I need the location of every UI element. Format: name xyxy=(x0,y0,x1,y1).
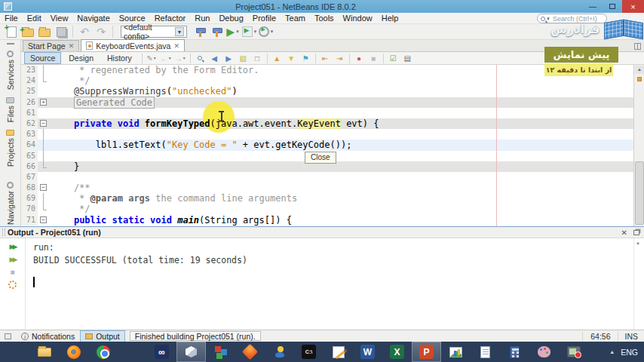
redo-button[interactable]: ↷ xyxy=(93,25,109,39)
select-in-projects-icon[interactable]: □ xyxy=(250,53,265,64)
netbeans-icon[interactable] xyxy=(176,342,206,362)
undo-button[interactable]: ↶ xyxy=(76,25,93,39)
dock-window-icon[interactable] xyxy=(7,43,14,44)
code-line[interactable]: 70 */ xyxy=(21,204,633,214)
find-next-occurrence-icon[interactable]: ▶ xyxy=(222,53,236,64)
office-blocks-icon[interactable] xyxy=(118,342,147,362)
menu-item-team[interactable]: Team xyxy=(281,13,310,24)
close-tab-icon[interactable]: ✕ xyxy=(173,42,179,50)
view-button-source[interactable]: Source xyxy=(24,52,61,64)
menu-item-run[interactable]: Run xyxy=(190,13,214,24)
stop-build-icon[interactable]: ■ xyxy=(7,267,19,277)
rerun-with-args-icon[interactable]: ▶▶ xyxy=(7,254,19,264)
chrome-icon[interactable] xyxy=(88,342,118,362)
start-button[interactable] xyxy=(0,342,29,362)
config-select[interactable]: <default config>▼ xyxy=(121,26,187,38)
menu-item-navigate[interactable]: Navigate xyxy=(72,13,114,24)
file-explorer-icon[interactable] xyxy=(29,342,59,362)
menu-item-tools[interactable]: Tools xyxy=(310,13,339,24)
pencil-editor-icon[interactable] xyxy=(324,342,353,362)
menu-item-edit[interactable]: Edit xyxy=(23,13,46,24)
rerun-icon[interactable]: ▶▶ xyxy=(7,241,19,251)
sidebar-tab-services[interactable]: Services xyxy=(6,51,15,90)
tab-start-page[interactable]: Start Page ✕ xyxy=(23,40,79,51)
quick-search[interactable]: ▼ Search (Ctrl+I) xyxy=(537,14,607,23)
visual-studio-icon[interactable]: ∞ xyxy=(147,342,176,362)
code-line[interactable]: 23 * regenerated by the Form Editor. xyxy=(21,65,633,75)
uncomment-icon[interactable]: ▤ xyxy=(400,53,415,64)
close-output-icon[interactable]: ✕ xyxy=(621,229,627,237)
drag-grip-icon[interactable] xyxy=(2,229,5,236)
minimize-button[interactable]: — xyxy=(583,0,603,13)
clean-build-button[interactable] xyxy=(208,25,225,39)
notepad-icon[interactable] xyxy=(471,342,500,362)
powerpoint-icon[interactable]: P xyxy=(412,342,441,362)
code-line[interactable]: 61 xyxy=(21,108,633,118)
window-dock-icon[interactable] xyxy=(5,333,11,339)
code-line[interactable]: 24 */ xyxy=(21,75,633,86)
new-project-button[interactable] xyxy=(20,25,36,39)
excel-icon[interactable]: X xyxy=(382,342,412,362)
code-line[interactable]: 71− public static void main(String args[… xyxy=(21,215,633,225)
menu-item-debug[interactable]: Debug xyxy=(214,13,247,24)
menu-item-window[interactable]: Window xyxy=(339,13,377,24)
comment-icon[interactable]: ☑ xyxy=(386,53,400,64)
image-chart-icon[interactable] xyxy=(441,342,471,362)
editor-scrollbar[interactable]: ▲ xyxy=(633,65,644,226)
scroll-up-icon[interactable]: ▲ xyxy=(635,66,644,74)
close-tab-icon[interactable]: ✕ xyxy=(69,42,75,50)
code-line[interactable]: 25 @SuppressWarnings("unchecked") xyxy=(21,86,633,97)
matlab-icon[interactable] xyxy=(235,342,265,362)
last-edited-icon[interactable]: ✎▼ xyxy=(145,53,159,64)
previous-bookmark-icon[interactable]: ▲ xyxy=(270,53,284,64)
code-line[interactable]: 63 xyxy=(21,129,633,140)
debug-project-button[interactable]: ▼ xyxy=(241,25,258,39)
utility-icon[interactable] xyxy=(265,342,294,362)
firefox-icon[interactable] xyxy=(59,342,88,362)
forward-icon[interactable]: →▼ xyxy=(173,53,188,64)
scrollbar-thumb[interactable] xyxy=(635,161,644,225)
code-line[interactable]: 69 * @param args the command line argume… xyxy=(21,193,633,204)
float-window-icon[interactable] xyxy=(633,230,639,235)
code-line[interactable]: 68− /** xyxy=(21,183,633,193)
paint-icon[interactable] xyxy=(529,342,559,362)
output-header[interactable]: Output - Project051 (run) ✕ xyxy=(0,227,644,238)
code-line[interactable]: 64 lbl1.setText("Key Code = " + evt.getK… xyxy=(21,140,633,150)
word-icon[interactable]: W xyxy=(353,342,382,362)
scroll-up-icon[interactable]: ▲ xyxy=(636,241,640,245)
start-macro-icon[interactable]: ● xyxy=(352,53,366,64)
output-tab[interactable]: Output xyxy=(80,330,125,342)
menu-item-file[interactable]: File xyxy=(0,13,23,24)
close-tooltip[interactable]: Close xyxy=(305,152,336,164)
sidebar-tab-files[interactable]: Files xyxy=(6,97,15,122)
command-prompt-icon[interactable]: C:\ xyxy=(294,342,324,362)
next-bookmark-icon[interactable]: ▼ xyxy=(284,53,299,64)
screen-recorder-icon[interactable] xyxy=(559,342,588,362)
toggle-bookmark-icon[interactable]: ⚑ xyxy=(299,53,313,64)
close-button[interactable]: × xyxy=(622,0,644,13)
output-scrollbar[interactable]: ▲ xyxy=(633,238,644,330)
tab-keyboardevents-java[interactable]: KeyboardEvents.java ✕ xyxy=(81,39,185,51)
find-icon[interactable] xyxy=(193,53,207,64)
menu-item-help[interactable]: Help xyxy=(377,13,403,24)
code-editor[interactable]: 23 * regenerated by the Form Editor.24 *… xyxy=(21,65,633,226)
language-indicator[interactable]: ENG xyxy=(621,348,638,357)
bookmark-stripe-mark[interactable] xyxy=(637,77,642,81)
view-button-design[interactable]: Design xyxy=(63,52,100,64)
shift-left-icon[interactable]: ⇤ xyxy=(318,53,333,64)
stop-macro-icon[interactable]: ■ xyxy=(366,53,381,64)
shift-right-icon[interactable]: ⇥ xyxy=(333,53,347,64)
code-line[interactable]: 62− private void formKeyTyped(java.awt.e… xyxy=(21,118,633,129)
back-icon[interactable]: ←▼ xyxy=(159,53,173,64)
chevron-down-icon[interactable]: ▼ xyxy=(175,27,184,36)
new-file-button[interactable] xyxy=(3,25,20,39)
sidebar-tab-projects[interactable]: Projects xyxy=(6,130,15,167)
open-project-button[interactable] xyxy=(36,25,53,39)
view-button-history[interactable]: History xyxy=(101,52,138,64)
maximize-button[interactable] xyxy=(603,0,622,13)
profile-project-button[interactable]: ▼ xyxy=(258,25,274,39)
calculator-icon[interactable] xyxy=(500,342,529,362)
code-line[interactable]: 26+ Generated Code xyxy=(21,97,633,108)
code-line[interactable]: 67 xyxy=(21,172,633,183)
show-hidden-icons[interactable]: ▲ xyxy=(609,349,615,354)
